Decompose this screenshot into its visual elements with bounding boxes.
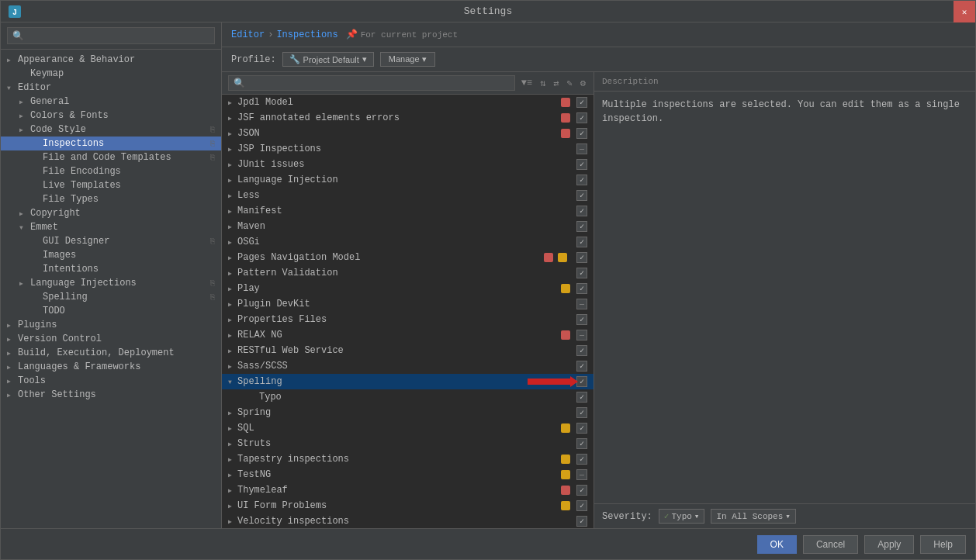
help-button[interactable]: Help	[920, 535, 966, 554]
inspection-item[interactable]: ▶ Properties Files ✓	[222, 312, 594, 327]
checkbox[interactable]: ✓	[576, 361, 587, 372]
checkbox[interactable]: ✓	[576, 237, 587, 247]
sidebar-item-file-code-templates[interactable]: File and Code Templates ⎘	[1, 150, 221, 164]
filter-icon[interactable]: ▼≡	[520, 76, 534, 90]
checkbox[interactable]: ✓	[576, 500, 587, 511]
profile-dropdown[interactable]: 🔧 Project Default ▾	[282, 52, 374, 67]
checkbox-dash[interactable]: —	[576, 299, 587, 309]
sidebar-item-todo[interactable]: TODO	[1, 304, 221, 318]
sidebar-item-images[interactable]: Images	[1, 248, 221, 262]
inspection-item[interactable]: ▶ Maven ✓	[222, 219, 594, 234]
checkbox[interactable]: ✓	[576, 175, 587, 185]
checkbox[interactable]: ✓	[576, 314, 587, 325]
list-search-input[interactable]	[234, 78, 510, 88]
sidebar-item-general[interactable]: ▶ General	[1, 95, 221, 109]
edit-icon[interactable]: ✎	[566, 76, 574, 91]
checkbox[interactable]: ✓	[576, 128, 587, 139]
scope-dropdown[interactable]: In All Scopes ▾	[711, 509, 795, 524]
checkbox[interactable]: ✓	[576, 438, 587, 449]
inspection-item[interactable]: ▶ JSF annotated elements errors ✓	[222, 110, 594, 126]
sidebar-item-colors-fonts[interactable]: ▶ Colors & Fonts	[1, 109, 221, 123]
sidebar-item-languages-frameworks[interactable]: ▶ Languages & Frameworks	[1, 360, 221, 374]
checkbox[interactable]: ✓	[576, 516, 587, 527]
sidebar-search-input[interactable]	[7, 27, 215, 44]
inspection-item-spelling[interactable]: ▼ Spelling ✓	[222, 374, 594, 389]
checkbox-dash[interactable]: —	[576, 469, 587, 480]
inspection-item[interactable]: ▶ Struts ✓	[222, 436, 594, 451]
checkbox-dash[interactable]: —	[576, 330, 587, 340]
sidebar-item-build-execution[interactable]: ▶ Build, Execution, Deployment	[1, 346, 221, 360]
checkbox[interactable]: ✓	[576, 485, 587, 496]
manage-button[interactable]: Manage ▾	[380, 52, 435, 67]
checkbox[interactable]: ✓	[576, 112, 587, 123]
inspection-item[interactable]: ▶ Pattern Validation ✓	[222, 265, 594, 281]
sidebar-item-file-encodings[interactable]: File Encodings	[1, 164, 221, 178]
inspection-item[interactable]: ▶ TestNG —	[222, 467, 594, 482]
sidebar-item-tools[interactable]: ▶ Tools	[1, 374, 221, 388]
inspection-item[interactable]: ▶ Language Injection ✓	[222, 172, 594, 188]
sidebar-item-file-types[interactable]: File Types	[1, 192, 221, 206]
inspection-item[interactable]: ▶ Pages Navigation Model ✓	[222, 250, 594, 265]
sidebar-item-plugins[interactable]: ▶ Plugins	[1, 318, 221, 332]
apply-button[interactable]: Apply	[864, 535, 914, 554]
ok-button[interactable]: OK	[757, 535, 797, 554]
inspection-item[interactable]: ▶ UI Form Problems ✓	[222, 498, 594, 513]
checkbox[interactable]: ✓	[576, 97, 587, 108]
inspection-item[interactable]: ▶ JUnit issues ✓	[222, 157, 594, 172]
checkbox[interactable]: ✓	[576, 268, 587, 278]
checkbox[interactable]: ✓	[576, 190, 587, 201]
inspection-item[interactable]: ▶ Sass/SCSS ✓	[222, 358, 594, 374]
sidebar-item-live-templates[interactable]: Live Templates	[1, 178, 221, 192]
inspection-item[interactable]: ▶ Play ✓	[222, 281, 594, 296]
inspection-item[interactable]: ▶ Less ✓	[222, 188, 594, 203]
inspection-item[interactable]: ▶ Velocity inspections ✓	[222, 513, 594, 528]
checkbox[interactable]: ✓	[576, 345, 587, 356]
sidebar-item-language-injections[interactable]: ▶ Language Injections ⎘	[1, 276, 221, 290]
checkbox[interactable]: ✓	[576, 221, 587, 232]
inspection-item[interactable]: ▶ Jpdl Model ✓	[222, 95, 594, 110]
cancel-button[interactable]: Cancel	[803, 535, 858, 554]
checkbox[interactable]: ✓	[576, 206, 587, 216]
arrow-icon: ▼	[7, 85, 15, 92]
sidebar-item-code-style[interactable]: ▶ Code Style ⎘	[1, 123, 221, 137]
checkbox[interactable]: ✓	[576, 252, 587, 263]
checkbox-dash[interactable]: —	[576, 143, 587, 154]
sidebar-item-version-control[interactable]: ▶ Version Control	[1, 332, 221, 346]
checkbox[interactable]: ✓	[576, 283, 587, 294]
inspection-item[interactable]: ▶ OSGi ✓	[222, 234, 594, 250]
checkbox[interactable]: ✓	[576, 376, 587, 387]
sidebar-item-appearance[interactable]: ▶ Appearance & Behavior	[1, 53, 221, 67]
inspection-item[interactable]: ▶ Manifest ✓	[222, 203, 594, 219]
inspection-item-typo[interactable]: Typo ✓	[222, 389, 594, 405]
checkbox[interactable]: ✓	[576, 423, 587, 434]
sidebar-item-emmet[interactable]: ▼ Emmet	[1, 220, 221, 234]
sidebar-item-copyright[interactable]: ▶ Copyright	[1, 206, 221, 220]
checkbox[interactable]: ✓	[576, 159, 587, 170]
settings-icon[interactable]: ⚙	[579, 76, 587, 91]
checkbox[interactable]: ✓	[576, 454, 587, 465]
sidebar-item-editor[interactable]: ▼ Editor	[1, 81, 221, 95]
inspection-item[interactable]: ▶ Thymeleaf ✓	[222, 482, 594, 498]
collapse-all-icon[interactable]: ⇄	[552, 76, 560, 91]
checkbox[interactable]: ✓	[576, 407, 587, 418]
inspection-item[interactable]: ▶ SQL ✓	[222, 420, 594, 436]
inspection-item[interactable]: ▶ Spring ✓	[222, 405, 594, 420]
inspection-item[interactable]: ▶ JSON ✓	[222, 126, 594, 141]
sidebar-item-other-settings[interactable]: ▶ Other Settings	[1, 388, 221, 402]
sidebar-item-spelling[interactable]: Spelling ⎘	[1, 290, 221, 304]
inspection-item[interactable]: ▶ RESTful Web Service ✓	[222, 343, 594, 358]
inspection-item[interactable]: ▶ RELAX NG —	[222, 327, 594, 343]
close-button[interactable]: ✕	[954, 1, 975, 22]
sidebar-item-intentions[interactable]: Intentions	[1, 262, 221, 276]
severity-dropdown[interactable]: ✓ Typo ▾	[659, 509, 705, 524]
sidebar-item-gui-designer[interactable]: GUI Designer ⎘	[1, 234, 221, 248]
severity-indicator	[561, 268, 570, 278]
checkbox[interactable]: ✓	[576, 392, 587, 403]
inspection-item[interactable]: ▶ JSP Inspections —	[222, 141, 594, 157]
inspection-item[interactable]: ▶ Plugin DevKit —	[222, 296, 594, 312]
sidebar-item-inspections[interactable]: Inspections ⎘	[1, 137, 221, 150]
sidebar-item-keymap[interactable]: Keymap	[1, 67, 221, 81]
list-search-box[interactable]	[228, 75, 515, 91]
expand-all-icon[interactable]: ⇅	[538, 76, 547, 91]
inspection-item[interactable]: ▶ Tapestry inspections ✓	[222, 451, 594, 467]
